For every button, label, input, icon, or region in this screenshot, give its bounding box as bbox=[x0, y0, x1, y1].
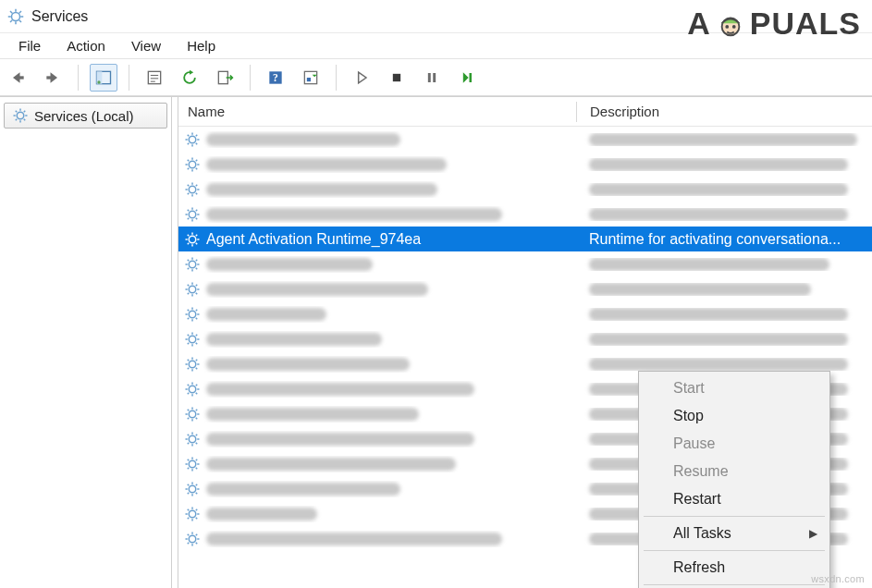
svg-line-179 bbox=[188, 508, 190, 510]
menu-file[interactable]: File bbox=[6, 35, 54, 56]
service-gear-icon bbox=[184, 206, 201, 223]
context-menu-refresh[interactable]: Refresh bbox=[642, 554, 827, 582]
context-menu-all-tasks[interactable]: All Tasks▶ bbox=[642, 520, 827, 547]
toolbar-export-button[interactable] bbox=[211, 64, 239, 92]
toolbar-refresh-button[interactable] bbox=[176, 64, 203, 92]
toolbar: ? bbox=[0, 59, 872, 96]
svg-line-100 bbox=[188, 292, 190, 294]
svg-line-38 bbox=[24, 111, 26, 113]
context-menu-restart[interactable]: Restart bbox=[642, 485, 827, 513]
tree-item-services-local[interactable]: Services (Local) bbox=[4, 103, 167, 129]
service-gear-icon bbox=[184, 506, 201, 522]
svg-line-80 bbox=[188, 234, 190, 236]
service-row[interactable] bbox=[178, 251, 872, 276]
service-row[interactable] bbox=[178, 301, 872, 326]
svg-line-117 bbox=[196, 342, 198, 344]
svg-line-71 bbox=[188, 209, 190, 211]
svg-line-81 bbox=[196, 242, 198, 244]
service-gear-icon bbox=[184, 356, 201, 373]
svg-point-0 bbox=[12, 12, 20, 20]
svg-line-74 bbox=[196, 209, 198, 211]
svg-line-46 bbox=[188, 142, 190, 144]
svg-line-55 bbox=[188, 167, 190, 169]
gear-icon bbox=[12, 107, 29, 124]
service-row-selected[interactable]: Agent Activation Runtime_974ea Runtime f… bbox=[178, 227, 872, 251]
svg-line-161 bbox=[188, 459, 190, 460]
toolbar-restart-service-button[interactable] bbox=[453, 64, 481, 92]
svg-line-152 bbox=[188, 434, 190, 435]
toolbar-console-tree-button[interactable] bbox=[90, 64, 117, 92]
svg-line-163 bbox=[188, 467, 190, 469]
svg-line-135 bbox=[196, 392, 198, 394]
svg-rect-13 bbox=[46, 76, 51, 79]
list-panel: Name Description bbox=[172, 97, 872, 588]
content-area: Services (Local) Name Description bbox=[0, 96, 872, 588]
svg-point-111 bbox=[189, 336, 196, 343]
service-row[interactable] bbox=[178, 177, 872, 202]
svg-line-180 bbox=[196, 517, 198, 519]
service-gear-icon bbox=[184, 381, 201, 398]
svg-line-134 bbox=[188, 384, 190, 386]
toolbar-pause-service-button[interactable] bbox=[418, 64, 446, 92]
svg-line-53 bbox=[188, 159, 190, 161]
svg-line-98 bbox=[188, 284, 190, 286]
service-gear-icon bbox=[184, 531, 201, 547]
service-gear-icon bbox=[184, 181, 201, 198]
svg-line-82 bbox=[188, 242, 190, 244]
menu-action[interactable]: Action bbox=[54, 35, 118, 56]
service-row[interactable] bbox=[178, 326, 872, 351]
svg-point-39 bbox=[189, 136, 196, 143]
service-row[interactable] bbox=[178, 152, 872, 177]
service-gear-icon bbox=[184, 131, 201, 148]
toolbar-properties-button[interactable] bbox=[141, 64, 168, 92]
service-row[interactable] bbox=[178, 127, 872, 152]
toolbar-separator bbox=[336, 65, 337, 91]
svg-line-109 bbox=[188, 317, 190, 319]
svg-line-154 bbox=[188, 442, 190, 444]
services-icon bbox=[7, 8, 24, 25]
service-gear-icon bbox=[184, 406, 201, 423]
context-menu-stop[interactable]: Stop bbox=[642, 402, 827, 430]
service-gear-icon bbox=[184, 331, 201, 348]
svg-line-143 bbox=[188, 409, 190, 410]
svg-line-118 bbox=[188, 342, 190, 344]
svg-line-62 bbox=[188, 184, 190, 186]
toolbar-back-button[interactable] bbox=[4, 64, 31, 92]
service-row[interactable] bbox=[178, 202, 872, 227]
svg-line-89 bbox=[188, 259, 190, 261]
toolbar-separator bbox=[250, 65, 251, 91]
toolbar-start-service-button[interactable] bbox=[348, 64, 375, 92]
service-row[interactable] bbox=[178, 276, 872, 301]
service-gear-icon bbox=[184, 306, 201, 323]
svg-line-128 bbox=[196, 359, 198, 361]
svg-line-56 bbox=[196, 159, 198, 161]
context-menu-separator bbox=[644, 584, 825, 585]
toolbar-forward-button[interactable] bbox=[39, 64, 67, 92]
column-header-name[interactable]: Name bbox=[178, 104, 576, 119]
svg-line-47 bbox=[196, 134, 198, 136]
svg-line-101 bbox=[196, 284, 198, 286]
menu-help[interactable]: Help bbox=[174, 35, 228, 56]
svg-point-138 bbox=[189, 410, 196, 418]
svg-line-5 bbox=[10, 11, 12, 13]
svg-point-93 bbox=[189, 286, 196, 293]
svg-point-57 bbox=[189, 186, 196, 193]
column-header-description[interactable]: Description bbox=[577, 104, 872, 119]
svg-line-145 bbox=[188, 417, 190, 419]
svg-line-36 bbox=[24, 119, 26, 121]
toolbar-stop-service-button[interactable] bbox=[383, 64, 411, 92]
menu-view[interactable]: View bbox=[118, 35, 174, 56]
svg-line-91 bbox=[188, 267, 190, 269]
svg-line-153 bbox=[196, 442, 198, 444]
window-titlebar: Services bbox=[0, 0, 872, 33]
context-menu-resume: Resume bbox=[642, 458, 827, 485]
toolbar-help-button[interactable]: ? bbox=[262, 64, 289, 92]
svg-line-127 bbox=[188, 367, 190, 369]
svg-line-45 bbox=[196, 142, 198, 144]
toolbar-help-page-button[interactable] bbox=[297, 64, 325, 92]
svg-line-162 bbox=[196, 467, 198, 469]
svg-point-75 bbox=[189, 236, 196, 243]
svg-line-119 bbox=[196, 334, 198, 336]
svg-text:?: ? bbox=[273, 72, 278, 84]
svg-line-64 bbox=[188, 192, 190, 194]
